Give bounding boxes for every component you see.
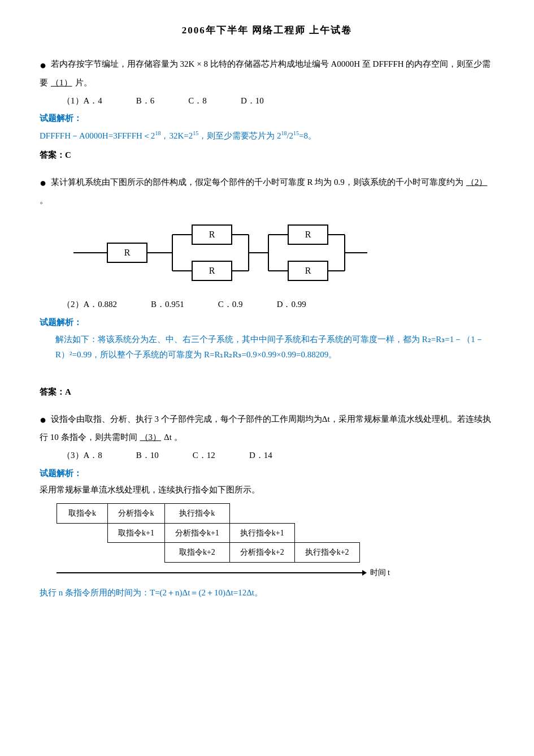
time-line (57, 572, 362, 573)
pipeline-table: 取指令k 分析指令k 执行指令k 取指令k+1 分析指令k+1 执行指令k+1 … (57, 503, 360, 563)
q2-choice-a: （2）A．0.882 (62, 297, 117, 312)
svg-text:R: R (209, 266, 215, 275)
pipeline-cell: 分析指令k (108, 503, 165, 523)
q1-section-label: 试题解析： (40, 111, 494, 126)
q3-choice-c: C．12 (193, 448, 215, 463)
q1-choice-d: D．10 (241, 94, 264, 109)
q1-bullet: ● (40, 59, 46, 71)
pipeline-cell-empty (229, 503, 294, 523)
q1-choices: （1）A．4 B．6 C．8 D．10 (62, 94, 494, 109)
page-title: 2006年下半年 网络工程师 上午试卷 (40, 23, 494, 39)
q2-explanation: 解法如下：将该系统分为左、中、右三个子系统，其中中间子系统和右子系统的可靠度一样… (55, 332, 494, 362)
pipeline-cell-empty (294, 503, 359, 523)
q2-choices: （2）A．0.882 B．0.951 C．0.9 D．0.99 (62, 297, 494, 312)
q3-choice-b: B．10 (136, 448, 159, 463)
q3-bullet: ● (40, 413, 46, 426)
q1-body: 若内存按字节编址，用存储容量为 32K × 8 比特的存储器芯片构成地址编号 A… (40, 59, 490, 87)
q2-choice-b: B．0.951 (151, 297, 184, 312)
question-1: ● 若内存按字节编址，用存储容量为 32K × 8 比特的存储器芯片构成地址编号… (40, 55, 494, 163)
question-3: ● 设指令由取指、分析、执行 3 个子部件完成，每个子部件的工作周期均为Δt，采… (40, 409, 494, 601)
question-2: ● 某计算机系统由下图所示的部件构成，假定每个部件的千小时可靠度 R 均为 0.… (40, 172, 494, 399)
svg-text:R: R (209, 230, 215, 239)
q3-blank: （3） (139, 430, 162, 445)
pipeline-row-1: 取指令k 分析指令k 执行指令k (57, 503, 360, 523)
pipeline-cell-empty (294, 523, 359, 543)
q2-section-label: 试题解析： (40, 316, 494, 330)
q1-text: ● 若内存按字节编址，用存储容量为 32K × 8 比特的存储器芯片构成地址编号… (40, 55, 494, 90)
time-label: 时间 t (370, 566, 390, 580)
q2-bullet: ● (40, 176, 46, 189)
q1-answer: 答案：C (40, 148, 494, 163)
q3-choices: （3）A．8 B．10 C．12 D．14 (62, 448, 494, 463)
pipeline-cell: 执行指令k+1 (229, 523, 294, 543)
pipeline-cell: 分析指令k+2 (229, 543, 294, 563)
q2-body: 某计算机系统由下图所示的部件构成，假定每个部件的千小时可靠度 R 均为 0.9，… (40, 178, 488, 205)
pipeline-cell: 取指令k (57, 503, 108, 523)
pipeline-row-3: 取指令k+2 分析指令k+2 执行指令k+2 (57, 543, 360, 563)
pipeline-cell: 取指令k+1 (108, 523, 165, 543)
q2-blank: （2） (466, 175, 488, 190)
q2-answer: 答案：A (40, 385, 494, 400)
time-arrow (362, 570, 367, 576)
q3-explanation: 执行 n 条指令所用的时间为：T=(2＋n)Δt＝(2＋10)Δt=12Δt。 (40, 585, 494, 601)
q1-choice-c: C．8 (188, 94, 207, 109)
q3-body: 设指令由取指、分析、执行 3 个子部件完成，每个子部件的工作周期均为Δt，采用常… (40, 414, 491, 442)
svg-text:R: R (124, 248, 131, 257)
q2-choice-d: D．0.99 (277, 297, 306, 312)
svg-text:R: R (305, 266, 311, 275)
q1-choice-b: B．6 (136, 94, 155, 109)
pipeline-cell: 执行指令k+2 (294, 543, 359, 563)
q1-choice-a: （1）A．4 (62, 94, 102, 109)
reliability-svg: R R R (73, 216, 367, 290)
q2-choice-c: C．0.9 (218, 297, 243, 312)
pipeline-cell: 取指令k+2 (164, 543, 229, 563)
q3-pipeline-intro: 采用常规标量单流水线处理机，连续执行指令如下图所示。 (40, 483, 494, 498)
q3-section-label: 试题解析： (40, 466, 494, 481)
q3-text: ● 设指令由取指、分析、执行 3 个子部件完成，每个子部件的工作周期均为Δt，采… (40, 409, 494, 445)
pipeline-cell-empty (108, 543, 165, 563)
pipeline-cell-empty (57, 523, 108, 543)
q3-choice-a: （3）A．8 (62, 448, 102, 463)
q1-explanation: DFFFFH－A0000H=3FFFFH＜218，32K=215，则至少需要芯片… (40, 128, 494, 144)
q1-blank: （1） (50, 75, 73, 90)
reliability-diagram: R R R (73, 216, 367, 290)
pipeline-diagram: 取指令k 分析指令k 执行指令k 取指令k+1 分析指令k+1 执行指令k+1 … (40, 503, 494, 580)
pipeline-cell-empty (57, 543, 108, 563)
q3-choice-d: D．14 (249, 448, 272, 463)
svg-text:R: R (305, 230, 311, 239)
pipeline-row-2: 取指令k+1 分析指令k+1 执行指令k+1 (57, 523, 360, 543)
time-axis: 时间 t (57, 566, 390, 580)
pipeline-cell: 分析指令k+1 (164, 523, 229, 543)
pipeline-cell: 执行指令k (164, 503, 229, 523)
q2-text: ● 某计算机系统由下图所示的部件构成，假定每个部件的千小时可靠度 R 均为 0.… (40, 172, 494, 208)
